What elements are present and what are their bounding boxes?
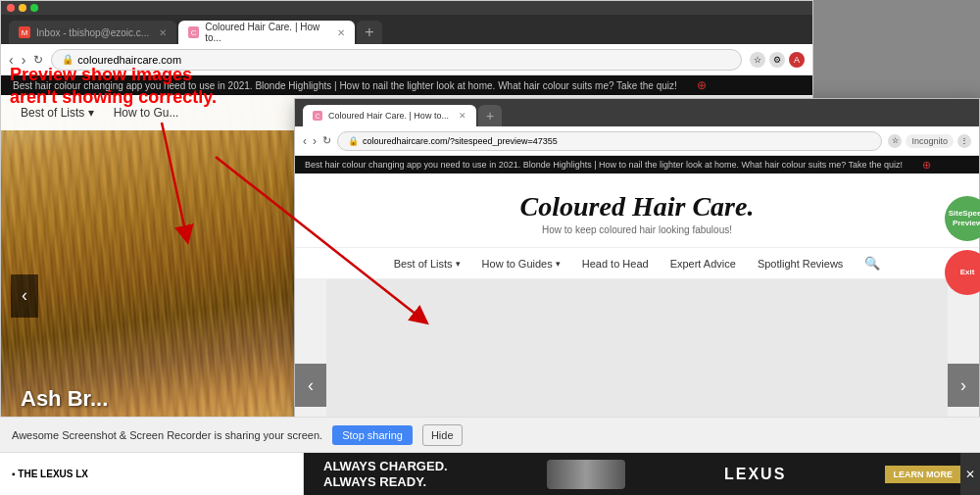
fg-lock-icon: 🔒 xyxy=(348,136,359,146)
tab-gmail-close[interactable]: ✕ xyxy=(159,27,167,38)
fg-nav-headtohead[interactable]: Head to Head xyxy=(582,258,649,270)
new-tab-btn[interactable]: + xyxy=(357,21,381,44)
fg-menu-icon[interactable]: ⋮ xyxy=(957,134,971,148)
ad-right: ALWAYS CHARGED. ALWAYS READY. LEXUS LEAR… xyxy=(304,453,980,496)
hide-button[interactable]: Hide xyxy=(422,424,463,446)
fg-marquee: Best hair colour changing app you need t… xyxy=(295,156,979,173)
sitespeed-preview-label: SiteSpeedPreview xyxy=(949,209,980,227)
slide-line1: Ash Br... xyxy=(21,386,108,412)
screenshot-bar: Awesome Screenshot & Screen Recorder is … xyxy=(0,417,980,452)
sitespeed-exit-label: Exit xyxy=(960,268,975,277)
fg-nav-spotlight[interactable]: Spotlight Reviews xyxy=(758,258,843,270)
tab-gmail[interactable]: M Inbox - tbishop@ezoic.c... ✕ xyxy=(9,21,176,44)
haircare-favicon: C xyxy=(188,26,199,38)
ad-close-button[interactable]: ✕ xyxy=(960,453,980,496)
ad-learn-more-button[interactable]: LEARN MORE xyxy=(885,466,960,483)
fg-nav-bestof[interactable]: Best of Lists ▾ xyxy=(394,258,461,270)
marquee-icon: ⊕ xyxy=(697,78,707,92)
fg-tab-bar: C Coloured Hair Care. | How to... ✕ + xyxy=(295,99,979,126)
fg-favicon: C xyxy=(313,111,322,121)
fg-reload-button[interactable]: ↻ xyxy=(322,134,331,147)
stop-sharing-button[interactable]: Stop sharing xyxy=(332,425,413,445)
browser-toolbar-icons: ☆ ⚙ A xyxy=(750,52,805,68)
fg-back-button[interactable]: ‹ xyxy=(303,134,307,148)
ad-left-text: ▪ THE LEXUS LX xyxy=(12,469,88,479)
fg-carousel-prev[interactable]: ‹ xyxy=(295,364,326,407)
ad-left: ▪ THE LEXUS LX xyxy=(0,453,304,496)
ad-line1: ALWAYS CHARGED. xyxy=(323,459,448,474)
gmail-favicon: M xyxy=(19,26,30,38)
tab-bar: M Inbox - tbishop@ezoic.c... ✕ C Coloure… xyxy=(1,15,812,44)
ad-lexus-logo: LEXUS xyxy=(724,466,786,483)
tab-haircare[interactable]: C Coloured Hair Care. | How to... ✕ xyxy=(178,21,355,44)
tab-haircare-close[interactable]: ✕ xyxy=(337,27,345,38)
fg-site-subtitle: How to keep coloured hair looking fabulo… xyxy=(542,224,732,235)
fg-site-nav: Best of Lists ▾ How to Guides ▾ Head to … xyxy=(295,247,979,279)
fg-tab-active[interactable]: C Coloured Hair Care. | How to... ✕ xyxy=(303,105,476,126)
fg-nav-expert[interactable]: Expert Advice xyxy=(670,258,736,270)
account-icon[interactable]: A xyxy=(789,52,805,68)
fg-tab-close[interactable]: ✕ xyxy=(459,111,466,121)
fg-address-text: colouredhaircare.com/?sitespeed_preview=… xyxy=(363,136,558,146)
ad-car-image xyxy=(547,460,625,489)
minimize-dot[interactable] xyxy=(19,4,26,12)
screenshot-text: Awesome Screenshot & Screen Recorder is … xyxy=(12,429,322,441)
fg-tab-label: Coloured Hair Care. | How to... xyxy=(328,111,449,121)
annotation-text: Preview show images aren't showing corre… xyxy=(10,64,225,110)
fg-site-title: Coloured Hair Care. xyxy=(520,191,755,223)
fg-star-icon[interactable]: ☆ xyxy=(888,134,902,148)
ad-right-copy: ALWAYS CHARGED. ALWAYS READY. xyxy=(323,459,448,489)
fg-nav-search-icon[interactable]: 🔍 xyxy=(864,256,880,271)
fg-marquee-text: Best hair colour changing app you need t… xyxy=(305,160,903,170)
tab-gmail-label: Inbox - tbishop@ezoic.c... xyxy=(36,27,149,38)
ad-line2: ALWAYS READY. xyxy=(323,474,448,490)
extension-icon[interactable]: ⚙ xyxy=(769,52,785,68)
carousel-prev-button[interactable]: ‹ xyxy=(11,274,38,318)
fg-nav-howto[interactable]: How to Guides ▾ xyxy=(482,258,561,270)
annotation-label: Preview show images aren't showing corre… xyxy=(10,65,217,107)
fg-marquee-icon: ⊕ xyxy=(922,159,931,172)
tab-haircare-label: Coloured Hair Care. | How to... xyxy=(205,22,327,43)
incognito-badge: Incognito xyxy=(906,134,954,148)
fg-address-input[interactable]: 🔒 colouredhaircare.com/?sitespeed_previe… xyxy=(337,131,882,151)
fg-carousel-next[interactable]: › xyxy=(948,364,979,407)
close-dot[interactable] xyxy=(7,4,15,12)
browser-chrome xyxy=(1,1,812,15)
fg-toolbar: ☆ Incognito ⋮ xyxy=(888,134,971,148)
star-icon[interactable]: ☆ xyxy=(750,52,765,68)
fg-address-bar: ‹ › ↻ 🔒 colouredhaircare.com/?sitespeed_… xyxy=(295,126,979,156)
maximize-dot[interactable] xyxy=(30,4,38,12)
fg-forward-button[interactable]: › xyxy=(313,134,317,148)
fg-new-tab[interactable]: + xyxy=(478,105,502,126)
fg-carousel-placeholder xyxy=(635,379,638,391)
ad-bar: ▪ THE LEXUS LX ALWAYS CHARGED. ALWAYS RE… xyxy=(0,452,980,495)
